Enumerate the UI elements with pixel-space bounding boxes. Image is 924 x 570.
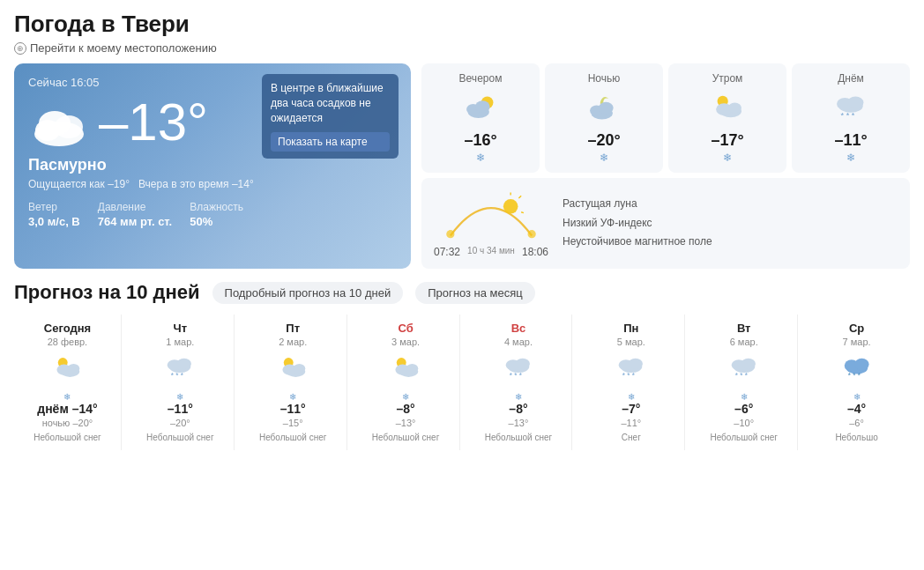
svg-text:* * *: * * * (841, 111, 855, 120)
timeofday-card-2: Утром –17° ❄ (668, 63, 786, 173)
svg-point-19 (503, 199, 518, 214)
humidity-detail: Влажность 50% (190, 201, 243, 228)
tod-icon (432, 90, 529, 128)
daylight-info-item-2: Неустойчивое магнитное поле (563, 233, 712, 252)
day-date: 2 мар. (245, 337, 341, 347)
location-link[interactable]: ⊕ Перейти к моему местоположению (14, 41, 910, 55)
daylight-duration: 10 ч 34 мин (467, 246, 515, 258)
page-title: Погода в Твери (14, 11, 910, 38)
svg-text:* * *: * * * (847, 372, 861, 380)
daylight-arc: 07:32 10 ч 34 мин 18:06 (434, 189, 548, 258)
day-snow-star: ❄ (358, 392, 454, 402)
svg-text:* * *: * * * (734, 372, 748, 380)
day-temp-sub: –10° (696, 418, 792, 428)
daylight-times: 07:32 10 ч 34 мин 18:06 (434, 246, 548, 258)
day-icon: * * * (583, 352, 679, 387)
timeofday-row: Вечером –16° ❄ Ночью –20° ❄ Утром –17° ❄ (421, 63, 910, 173)
day-desc: Снег (583, 432, 679, 443)
humidity-label: Влажность (190, 201, 243, 213)
svg-text:* * *: * * * (510, 372, 523, 380)
forecast-day-1[interactable]: Чт 1 мар. * * * ❄ –11° –20° Небольшой сн… (127, 315, 235, 450)
day-icon: * * * (696, 352, 792, 387)
day-name: Пт (245, 322, 341, 335)
sunrise-time: 07:32 (434, 246, 460, 258)
daylight-info-item-0: Растущая луна (563, 195, 712, 214)
day-date: 7 мар. (808, 337, 905, 347)
day-temp-sub: –15° (245, 418, 341, 428)
svg-point-23 (446, 230, 454, 238)
day-temp-main: днём –14° (19, 402, 116, 416)
svg-point-47 (628, 359, 642, 369)
day-date: 5 мар. (583, 337, 679, 347)
day-temp-main: –4° (808, 402, 905, 416)
tod-label: Днём (802, 72, 899, 85)
svg-point-17 (847, 97, 863, 109)
day-name: Вс (471, 322, 567, 335)
day-name: Чт (132, 322, 228, 335)
svg-point-40 (406, 364, 419, 374)
tod-snow: ❄ (679, 152, 776, 164)
day-temp-main: –8° (471, 402, 567, 416)
forecast-day-4[interactable]: Вс 4 мар. * * * ❄ –8° –13° Небольшой сне… (466, 315, 573, 450)
day-desc: Небольшой снег (245, 432, 341, 443)
svg-point-31 (177, 359, 191, 369)
forecast-day-2[interactable]: Пт 2 мар. ❄ –11° –15° Небольшой снег (240, 315, 347, 450)
tod-temp: –16° (432, 131, 529, 150)
wind-label: Ветер (28, 201, 80, 213)
yesterday-text: Вчера в это время –14° (138, 178, 254, 190)
day-icon (19, 352, 116, 387)
tod-icon (679, 90, 776, 128)
detailed-forecast-button[interactable]: Подробный прогноз на 10 дней (212, 282, 404, 304)
tod-temp: –11° (802, 131, 899, 150)
svg-line-22 (518, 196, 521, 198)
day-desc: Небольшой снег (358, 432, 454, 443)
daylight-info: Растущая лунаНизкий УФ-индексНеустойчиво… (563, 195, 712, 252)
day-temp-sub: –11° (583, 418, 679, 428)
sunset-time: 18:06 (522, 246, 548, 258)
forecast-title: Прогноз на 10 дней (14, 281, 200, 304)
day-temp-main: –11° (245, 402, 341, 416)
day-snow-star: ❄ (696, 392, 792, 402)
timeofday-card-1: Ночью –20° ❄ (545, 63, 663, 173)
day-desc: Небольшой снег (19, 432, 116, 443)
day-date: 6 мар. (696, 337, 792, 347)
forecast-days: Сегодня 28 февр. ❄ днём –14° ночью –20° … (14, 315, 910, 450)
forecast-header: Прогноз на 10 дней Подробный прогноз на … (14, 281, 910, 304)
tod-snow: ❄ (432, 152, 529, 164)
svg-point-7 (475, 100, 490, 113)
day-temp-sub: –6° (808, 418, 905, 428)
svg-point-55 (854, 359, 868, 371)
day-temp-main: –11° (132, 402, 228, 416)
day-icon: * * * (471, 352, 567, 387)
tod-icon (555, 90, 652, 128)
current-temperature: –13° (99, 96, 208, 149)
day-snow-star: ❄ (19, 392, 116, 402)
day-desc: Небольшой снег (696, 432, 792, 443)
day-icon: * * * (808, 352, 905, 387)
show-on-map-button[interactable]: Показать на карте (271, 132, 390, 152)
day-temp-main: –7° (583, 402, 679, 416)
forecast-day-7[interactable]: Ср 7 мар. * * * ❄ –4° –6° Небольшо (803, 315, 910, 450)
current-weather-icon (28, 100, 90, 144)
tod-icon: * * * (802, 90, 899, 128)
day-temp-sub: –20° (132, 418, 228, 428)
forecast-day-3[interactable]: Сб 3 мар. ❄ –8° –13° Небольшой снег (353, 315, 460, 450)
tod-label: Ночью (555, 72, 652, 85)
forecast-day-0[interactable]: Сегодня 28 февр. ❄ днём –14° ночью –20° … (14, 315, 122, 450)
location-icon: ⊕ (14, 42, 26, 55)
day-snow-star: ❄ (583, 392, 679, 402)
day-date: 4 мар. (471, 337, 567, 347)
svg-point-10 (599, 102, 614, 115)
month-forecast-button[interactable]: Прогноз на месяц (415, 282, 535, 304)
day-name: Ср (808, 322, 905, 335)
forecast-day-6[interactable]: Вт 6 мар. * * * ❄ –6° –10° Небольшой сне… (690, 315, 798, 450)
forecast-day-5[interactable]: Пн 5 мар. * * * ❄ –7° –11° Снег (578, 315, 685, 450)
svg-point-24 (528, 230, 536, 238)
wind-detail: Ветер 3,0 м/с, В (28, 201, 80, 228)
forecast-popup: В центре в ближайшие два часа осадков не… (262, 74, 399, 159)
svg-point-14 (728, 102, 741, 113)
popup-text: В центре в ближайшие два часа осадков не… (271, 81, 390, 125)
tod-snow: ❄ (555, 152, 652, 164)
day-desc: Небольшой снег (471, 432, 567, 443)
day-temp-sub: –13° (358, 418, 454, 428)
